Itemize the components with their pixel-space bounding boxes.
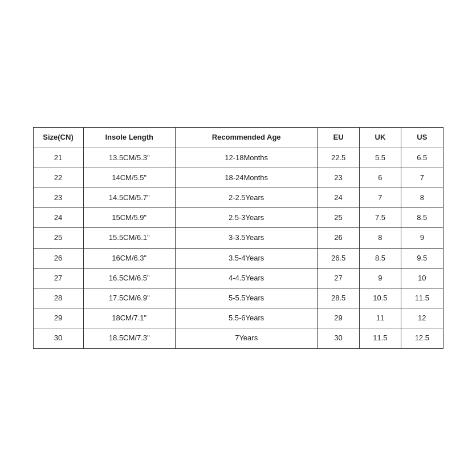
table-row: 2515.5CM/6.1"3-3.5Years2689: [33, 228, 443, 248]
size-chart-container: Size(CN) Insole Length Recommended Age E…: [33, 127, 444, 348]
cell-insole: 15.5CM/6.1": [83, 228, 175, 248]
cell-uk: 8: [359, 228, 401, 248]
cell-age: 12-18Months: [175, 148, 317, 168]
cell-age: 2-2.5Years: [175, 188, 317, 208]
header-age: Recommended Age: [175, 128, 317, 148]
cell-us: 9.5: [401, 248, 443, 268]
cell-size: 24: [33, 208, 83, 228]
header-us: US: [401, 128, 443, 148]
cell-us: 8.5: [401, 208, 443, 228]
cell-us: 11.5: [401, 288, 443, 308]
cell-age: 18-24Months: [175, 168, 317, 188]
cell-insole: 16.5CM/6.5": [83, 268, 175, 288]
cell-eu: 26: [318, 228, 359, 248]
table-header-row: Size(CN) Insole Length Recommended Age E…: [33, 128, 443, 148]
cell-insole: 14.5CM/5.7": [83, 188, 175, 208]
cell-insole: 15CM/5.9": [83, 208, 175, 228]
table-row: 2113.5CM/5.3"12-18Months22.55.56.5: [33, 148, 443, 168]
header-eu: EU: [318, 128, 359, 148]
cell-insole: 13.5CM/5.3": [83, 148, 175, 168]
header-uk: UK: [359, 128, 401, 148]
cell-uk: 7.5: [359, 208, 401, 228]
cell-eu: 25: [318, 208, 359, 228]
cell-age: 3-3.5Years: [175, 228, 317, 248]
size-chart-table: Size(CN) Insole Length Recommended Age E…: [33, 127, 444, 348]
header-size: Size(CN): [33, 128, 83, 148]
cell-size: 22: [33, 168, 83, 188]
table-row: 2716.5CM/6.5"4-4.5Years27910: [33, 268, 443, 288]
cell-age: 2.5-3Years: [175, 208, 317, 228]
cell-insole: 18CM/7.1": [83, 308, 175, 328]
cell-eu: 29: [318, 308, 359, 328]
cell-uk: 5.5: [359, 148, 401, 168]
cell-insole: 16CM/6.3": [83, 248, 175, 268]
cell-size: 28: [33, 288, 83, 308]
cell-us: 9: [401, 228, 443, 248]
cell-eu: 27: [318, 268, 359, 288]
cell-uk: 6: [359, 168, 401, 188]
cell-insole: 14CM/5.5": [83, 168, 175, 188]
table-row: 2214CM/5.5"18-24Months2367: [33, 168, 443, 188]
cell-us: 8: [401, 188, 443, 208]
cell-size: 21: [33, 148, 83, 168]
table-row: 2415CM/5.9"2.5-3Years257.58.5: [33, 208, 443, 228]
table-row: 2918CM/7.1"5.5-6Years291112: [33, 308, 443, 328]
cell-us: 6.5: [401, 148, 443, 168]
table-row: 2616CM/6.3"3.5-4Years26.58.59.5: [33, 248, 443, 268]
cell-insole: 18.5CM/7.3": [83, 328, 175, 348]
cell-us: 7: [401, 168, 443, 188]
cell-uk: 8.5: [359, 248, 401, 268]
cell-eu: 26.5: [318, 248, 359, 268]
cell-us: 10: [401, 268, 443, 288]
cell-size: 27: [33, 268, 83, 288]
cell-uk: 7: [359, 188, 401, 208]
cell-age: 5.5-6Years: [175, 308, 317, 328]
cell-uk: 11.5: [359, 328, 401, 348]
header-insole: Insole Length: [83, 128, 175, 148]
cell-insole: 17.5CM/6.9": [83, 288, 175, 308]
cell-us: 12.5: [401, 328, 443, 348]
cell-size: 30: [33, 328, 83, 348]
cell-eu: 24: [318, 188, 359, 208]
cell-eu: 22.5: [318, 148, 359, 168]
cell-size: 23: [33, 188, 83, 208]
cell-age: 4-4.5Years: [175, 268, 317, 288]
cell-eu: 23: [318, 168, 359, 188]
cell-age: 3.5-4Years: [175, 248, 317, 268]
cell-uk: 11: [359, 308, 401, 328]
cell-age: 7Years: [175, 328, 317, 348]
cell-us: 12: [401, 308, 443, 328]
cell-uk: 10.5: [359, 288, 401, 308]
table-row: 2817.5CM/6.9"5-5.5Years28.510.511.5: [33, 288, 443, 308]
cell-size: 26: [33, 248, 83, 268]
cell-size: 25: [33, 228, 83, 248]
cell-size: 29: [33, 308, 83, 328]
cell-eu: 30: [318, 328, 359, 348]
cell-age: 5-5.5Years: [175, 288, 317, 308]
table-row: 2314.5CM/5.7"2-2.5Years2478: [33, 188, 443, 208]
cell-eu: 28.5: [318, 288, 359, 308]
table-row: 3018.5CM/7.3"7Years3011.512.5: [33, 328, 443, 348]
cell-uk: 9: [359, 268, 401, 288]
